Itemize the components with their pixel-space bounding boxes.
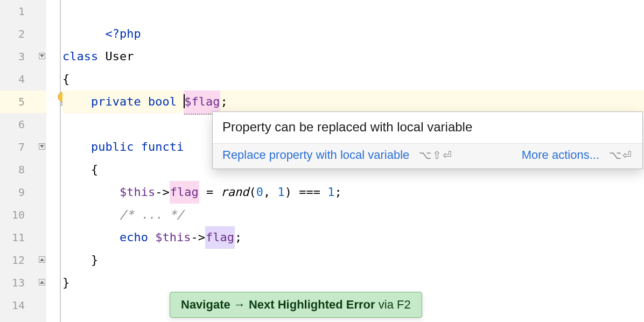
shortcut-label: ⌥⏎ [609, 149, 633, 162]
token-property: flag [206, 230, 234, 244]
token-arrow: -> [191, 230, 205, 244]
line-number: 12 [0, 249, 25, 271]
token-number: 1 [327, 185, 334, 199]
code-line: echo $this->flag; [62, 226, 644, 249]
gutter: 1 2 3 4 5 6 7 8 9 10 11 12 13 14 [0, 0, 46, 322]
line-number: 3 [0, 45, 25, 68]
token-paren: ) [285, 185, 292, 199]
usage-highlight: flag [170, 181, 199, 204]
line-number: 13 [0, 271, 25, 294]
code-line-current: private bool $flag; [62, 90, 644, 113]
token-semicolon: ; [334, 185, 341, 199]
token-paren: ( [249, 185, 256, 199]
token-this: $this [155, 230, 191, 244]
code-line: } [62, 249, 644, 271]
token-php-open: <?php [105, 27, 141, 40]
token-classname: User [105, 50, 134, 63]
text-cursor [184, 94, 185, 108]
gutter-annotations [46, 0, 62, 322]
line-number: 14 [0, 294, 25, 317]
inspection-popup: Property can be replaced with local vari… [212, 111, 643, 169]
code-line: $this->flag = rand(0, 1) === 1; [62, 181, 644, 204]
line-number: 10 [0, 204, 25, 226]
line-number: 1 [0, 0, 25, 23]
code-line: { [62, 68, 644, 90]
token-comment: /* ... */ [120, 208, 184, 221]
token-number: 0 [256, 185, 263, 199]
more-actions-link[interactable]: More actions... [522, 148, 599, 162]
token-funcname: rand [220, 185, 249, 199]
token-assign: = [199, 185, 221, 199]
token-keyword: functi [141, 140, 184, 153]
fold-open-icon[interactable] [39, 143, 45, 150]
token-brace: } [62, 276, 69, 289]
hint-key: F2 [397, 298, 411, 311]
token-this: $this [120, 185, 155, 199]
line-number-current: 5 [0, 90, 46, 113]
code-line: <?php [62, 0, 644, 23]
training-hint: Navigate → Next Highlighted Error via F2 [170, 292, 422, 318]
token-brace: } [91, 253, 98, 267]
code-line: /* ... */ [62, 204, 644, 226]
token-brace: { [91, 163, 98, 176]
hint-via: via [375, 298, 397, 311]
token-arrow: -> [155, 185, 170, 199]
line-number: 8 [0, 158, 25, 181]
token-keyword: echo [120, 230, 148, 244]
fold-close-icon[interactable] [39, 279, 45, 285]
token-number: 1 [277, 185, 284, 199]
line-number: 7 [0, 136, 25, 158]
quickfix-link[interactable]: Replace property with local variable [222, 148, 409, 162]
token-keyword: class [62, 50, 98, 63]
token-keyword: public [91, 140, 134, 153]
token-variable: $ [184, 95, 191, 108]
inspection-title: Property can be replaced with local vari… [213, 112, 642, 143]
token-semicolon: ; [220, 95, 227, 108]
line-number: 6 [0, 113, 25, 136]
token-brace: { [62, 72, 69, 86]
code-line: class User [62, 45, 644, 68]
token-property: flag [170, 185, 199, 199]
token-variable: flag [191, 95, 220, 108]
shortcut-label: ⌥⇧⏎ [419, 149, 453, 162]
line-number: 9 [0, 181, 25, 204]
line-number: 11 [0, 226, 25, 249]
usage-highlight: flag [205, 226, 235, 249]
code-line: } [62, 271, 644, 294]
token-operator: === [292, 185, 327, 199]
fold-open-icon[interactable] [39, 53, 45, 59]
inspection-actions: Replace property with local variable ⌥⇧⏎… [213, 143, 642, 169]
code-editor[interactable]: 1 2 3 4 5 6 7 8 9 10 11 12 13 14 [0, 0, 644, 322]
hint-action: Navigate → Next Highlighted Error [181, 298, 375, 311]
line-number: 2 [0, 23, 25, 45]
fold-close-icon[interactable] [39, 256, 45, 263]
token-keyword: bool [148, 95, 177, 108]
token-keyword: private [91, 95, 141, 108]
line-number: 4 [0, 68, 25, 90]
token-semicolon: ; [235, 230, 242, 244]
token-comma: , [263, 185, 278, 199]
